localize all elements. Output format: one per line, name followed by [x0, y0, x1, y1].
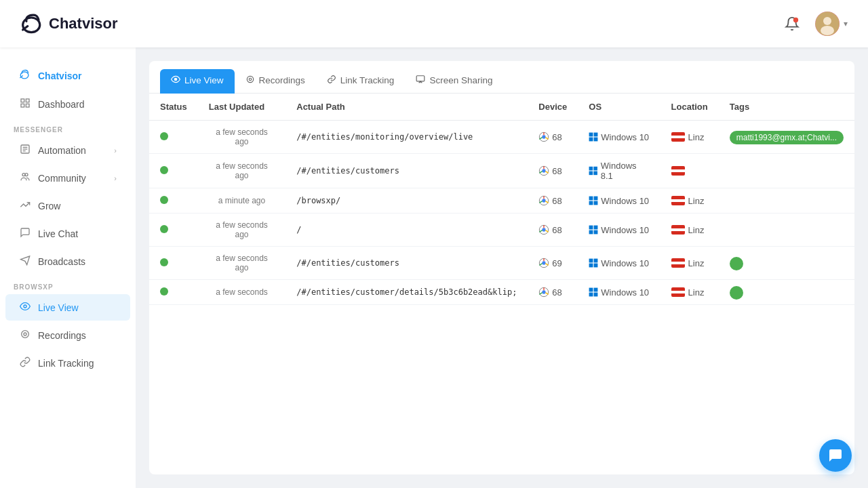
svg-rect-8 — [21, 99, 24, 102]
cell-tags — [719, 188, 854, 214]
sidebar-item-dashboard[interactable]: Dashboard — [5, 91, 130, 117]
svg-rect-33 — [594, 133, 598, 137]
location-city: Linz — [688, 287, 705, 298]
svg-rect-62 — [594, 230, 598, 235]
sidebar-item-recordings[interactable]: Recordings — [5, 322, 130, 348]
chrome-icon — [538, 165, 549, 176]
sidebar-item-broadcasts[interactable]: Broadcasts — [5, 248, 130, 274]
header-right: ▾ — [780, 12, 848, 36]
cell-actual-path: /#/entities/customers — [285, 247, 528, 280]
tab-screen-sharing[interactable]: Screen Sharing — [405, 69, 503, 94]
svg-point-22 — [174, 78, 177, 81]
table-row[interactable]: a few seconds/#/entities/customer/detail… — [149, 280, 854, 305]
windows-icon — [589, 225, 598, 235]
chrome-icon — [538, 258, 549, 268]
sidebar-automation-label: Automation — [38, 145, 86, 156]
table-row[interactable]: a few seconds ago/#/entities/customers 6… — [149, 154, 854, 188]
tab-live-view-label: Live View — [184, 75, 224, 85]
col-tags: Tags — [719, 94, 854, 121]
cell-device: 68 — [528, 121, 578, 154]
sidebar-item-grow[interactable]: Grow — [5, 192, 130, 219]
tab-recordings[interactable]: Recordings — [235, 69, 316, 94]
chat-widget-icon — [827, 447, 844, 464]
cell-status — [149, 247, 198, 280]
recordings-icon — [19, 329, 31, 342]
svg-point-20 — [22, 331, 29, 338]
sidebar-live-chat-label: Live Chat — [38, 228, 78, 239]
sidebar-item-live-chat[interactable]: Live Chat — [5, 220, 130, 247]
cell-tags — [719, 247, 854, 280]
tab-live-view-icon — [171, 75, 180, 86]
col-status: Status — [149, 94, 198, 121]
table-row[interactable]: a minute ago/browsxp/ 68 Windows 10Linz — [149, 188, 854, 214]
svg-point-17 — [25, 174, 28, 176]
notification-button[interactable] — [780, 12, 804, 36]
location-city: Linz — [688, 225, 705, 235]
svg-point-46 — [542, 199, 546, 202]
svg-rect-79 — [589, 293, 593, 297]
col-location: Location — [660, 94, 719, 121]
live-chat-icon — [19, 227, 31, 240]
messenger-section-label: MESSENGER — [0, 118, 136, 136]
cell-location: Linz — [660, 214, 719, 247]
status-online-dot — [160, 166, 168, 174]
sidebar-community-label: Community — [38, 173, 86, 184]
svg-rect-10 — [21, 104, 24, 107]
sidebar-grow-label: Grow — [38, 201, 60, 211]
cell-status — [149, 154, 198, 188]
table-row[interactable]: a few seconds ago/#/entities/customers 6… — [149, 247, 854, 280]
sidebar-item-automation[interactable]: Automation › — [5, 137, 130, 163]
browsxp-section-label: BROWSXP — [0, 275, 136, 293]
tab-live-view[interactable]: Live View — [160, 69, 235, 94]
cell-last-updated: a few seconds ago — [198, 247, 286, 280]
table-header-row: Status Last Updated Actual Path Device O… — [149, 94, 854, 121]
broadcasts-icon — [19, 255, 31, 268]
cell-tags — [719, 280, 854, 305]
cell-status — [149, 188, 198, 214]
tag-badge — [730, 286, 743, 300]
cell-location: Linz — [660, 247, 719, 280]
svg-rect-52 — [589, 201, 593, 205]
cell-actual-path: /#/entities/monitoring/overview/live — [285, 121, 528, 154]
svg-rect-50 — [589, 197, 593, 201]
tag-badge — [730, 257, 743, 270]
sidebar-item-chatvisor[interactable]: Chatvisor — [5, 62, 130, 89]
svg-point-21 — [24, 333, 26, 336]
live-view-table: Status Last Updated Actual Path Device O… — [149, 94, 854, 305]
cell-location — [660, 154, 719, 188]
cell-actual-path: /#/entities/customer/details/5b3c6b2ead&… — [285, 280, 528, 305]
table-row[interactable]: a few seconds ago/#/entities/monitoring/… — [149, 121, 854, 154]
cell-tags — [719, 214, 854, 247]
cell-last-updated: a few seconds — [198, 280, 286, 305]
sidebar-item-link-tracking[interactable]: Link Tracking — [5, 350, 130, 376]
chrome-icon — [538, 131, 549, 142]
austria-flag-icon — [671, 258, 685, 268]
svg-rect-43 — [589, 171, 593, 176]
cell-device: 68 — [528, 154, 578, 188]
chat-widget-button[interactable] — [819, 439, 852, 472]
table-row[interactable]: a few seconds ago/ 68 Windows 10Linz — [149, 214, 854, 247]
tab-link-tracking[interactable]: Link Tracking — [316, 69, 406, 94]
sidebar-item-community[interactable]: Community › — [5, 165, 130, 191]
tab-recordings-icon — [245, 75, 255, 86]
svg-point-19 — [24, 305, 26, 308]
tab-link-tracking-icon — [327, 75, 336, 86]
cell-location: Linz — [660, 188, 719, 214]
community-arrow-icon: › — [114, 174, 117, 182]
cell-os: Windows 8.1 — [578, 154, 660, 188]
logo-icon — [20, 12, 45, 36]
sidebar-live-view-label: Live View — [38, 302, 79, 313]
location-city: Linz — [688, 132, 705, 142]
tag-badge: matti1993@gmx.at;Chatvi... — [730, 131, 844, 144]
windows-icon — [589, 166, 598, 176]
svg-rect-77 — [589, 288, 593, 292]
svg-rect-71 — [594, 264, 598, 268]
cell-tags: matti1993@gmx.at;Chatvi... — [719, 121, 854, 154]
svg-rect-53 — [594, 201, 598, 205]
cell-os: Windows 10 — [578, 214, 660, 247]
user-avatar-wrapper[interactable]: ▾ — [815, 12, 848, 36]
austria-flag-icon — [671, 287, 685, 297]
status-online-dot — [160, 287, 168, 296]
cell-status — [149, 121, 198, 154]
sidebar-item-live-view[interactable]: Live View — [5, 294, 130, 321]
